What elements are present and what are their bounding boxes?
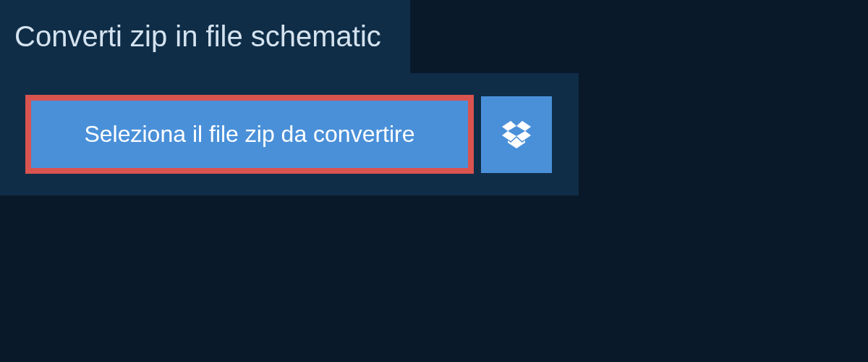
dropbox-icon (502, 121, 531, 148)
select-file-button[interactable]: Seleziona il file zip da convertire (25, 95, 474, 174)
upload-section: Seleziona il file zip da convertire (0, 73, 579, 195)
dropbox-button[interactable] (481, 96, 552, 173)
page-title: Converti zip in file schematic (0, 0, 410, 73)
